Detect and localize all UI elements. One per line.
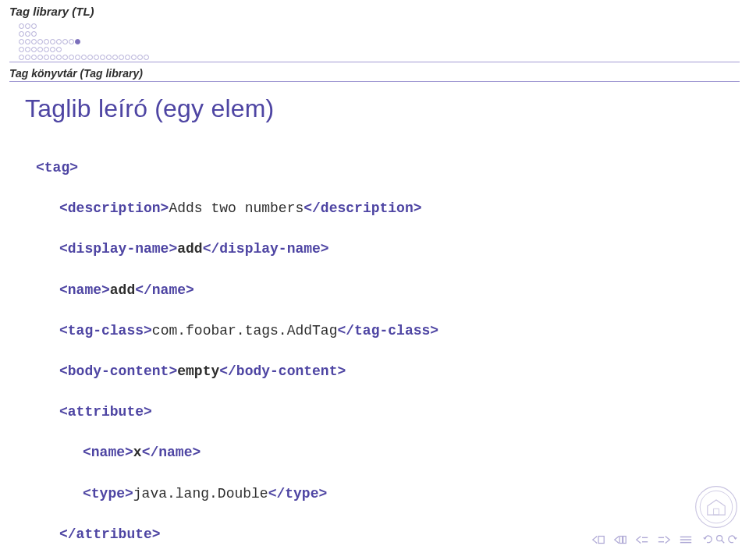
nav-menu-icon[interactable] [679, 533, 693, 548]
xml-text: empty [177, 363, 219, 379]
nav-prev-icon[interactable] [613, 533, 627, 548]
slide-body: Taglib leíró (egy elem) <tag> <descripti… [0, 83, 749, 560]
nav-redo-icon[interactable] [727, 533, 738, 548]
svg-point-0 [696, 487, 737, 528]
xml-tag: </type> [268, 486, 328, 502]
xml-tag: <tag-class> [59, 323, 152, 338]
nav-search-icon[interactable] [715, 533, 726, 548]
code-listing: <tag> <description>Adds two numbers</des… [25, 137, 724, 560]
slide-title: Taglib leíró (egy elem) [25, 94, 724, 123]
xml-tag: </tag-class> [337, 323, 438, 338]
xml-tag: <body-content> [59, 363, 177, 379]
xml-tag: <display-name> [59, 241, 177, 257]
svg-rect-2 [714, 509, 719, 515]
nav-forward-icon[interactable] [657, 533, 671, 548]
breadcrumb: Tag könyvtár (Tag library) [0, 64, 749, 81]
xml-tag: </description> [304, 200, 421, 216]
university-seal-icon [694, 485, 738, 529]
xml-tag: </body-content> [219, 363, 346, 379]
svg-line-14 [722, 541, 725, 544]
svg-rect-3 [598, 537, 604, 544]
nav-undo-icon[interactable] [702, 533, 713, 548]
xml-text: java.lang.Double [133, 486, 268, 502]
xml-tag: <type> [83, 486, 133, 502]
slide-header: Tag library (TL) [0, 0, 749, 60]
svg-rect-4 [619, 537, 623, 544]
xml-tag: </name> [142, 445, 201, 460]
xml-tag: <attribute> [59, 404, 152, 420]
breadcrumb-rule [9, 81, 740, 82]
xml-tag: <tag> [36, 160, 78, 175]
xml-text: add [110, 282, 135, 298]
xml-tag: <name> [59, 282, 110, 298]
xml-text: Adds two numbers [169, 200, 304, 216]
beamer-nav-footer [0, 529, 749, 552]
header-rule [9, 62, 740, 62]
xml-tag: </display-name> [203, 241, 329, 257]
xml-tag: <description> [59, 200, 169, 216]
xml-tag: <name> [83, 445, 133, 460]
svg-point-1 [700, 491, 732, 523]
xml-text: com.foobar.tags.AddTag [152, 323, 338, 338]
nav-first-icon[interactable] [591, 533, 605, 548]
section-title: Tag library (TL) [9, 5, 740, 18]
xml-tag: </name> [135, 282, 194, 298]
nav-back-icon[interactable] [635, 533, 649, 548]
svg-point-13 [717, 536, 722, 541]
xml-text: x [133, 445, 142, 460]
xml-text: add [177, 241, 202, 257]
svg-rect-5 [623, 537, 627, 544]
progress-indicator [9, 21, 740, 60]
